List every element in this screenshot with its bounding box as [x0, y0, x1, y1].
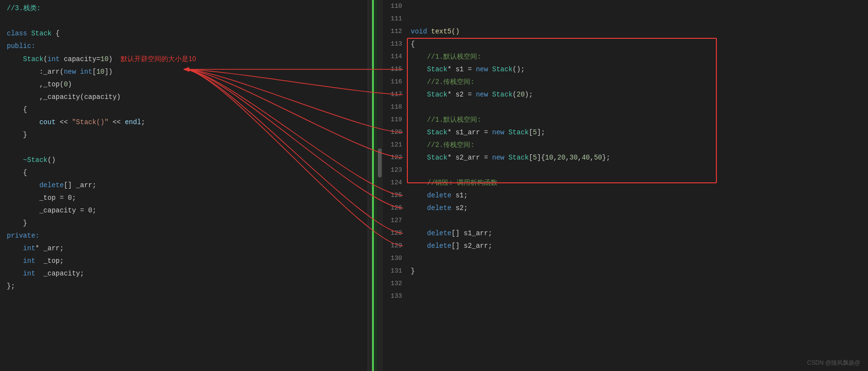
right-code-line	[411, 214, 868, 227]
left-code-line: _top = 0;	[0, 192, 368, 204]
left-code-line: _capacity = 0;	[0, 204, 368, 217]
watermark: CSDN @随风飘扬@	[807, 359, 860, 367]
right-code-line: //1.默认栈空间:	[411, 50, 868, 63]
line-number: 130	[383, 252, 402, 265]
right-code-line: Stack* s2_arr = new Stack[5]{10,20,30,40…	[411, 151, 868, 164]
right-code-line: Stack* s2 = new Stack(20);	[411, 88, 868, 101]
right-code-line	[411, 164, 868, 177]
left-code-line: delete[] _arr;	[0, 179, 368, 192]
right-code-line: delete s2;	[411, 202, 868, 214]
line-number: 123	[383, 164, 402, 177]
left-code-line: }	[0, 217, 368, 229]
line-number: 121	[383, 139, 402, 151]
right-code-line: Stack* s1_arr = new Stack[5];	[411, 126, 868, 139]
left-code-line: int* _arr;	[0, 242, 368, 255]
left-code-line: };	[0, 280, 368, 292]
left-code-line: ,_capacity(capacity)	[0, 91, 368, 103]
right-code-line: void text5()	[411, 25, 868, 38]
right-code-line: //2.传栈空间:	[411, 139, 868, 151]
line-number: 119	[383, 113, 402, 126]
line-number: 111	[383, 13, 402, 25]
line-number: 125	[383, 189, 402, 202]
left-code-line: ,_top(0)	[0, 78, 368, 91]
inline-comment: 默认开辟空间的大小是10	[121, 52, 196, 65]
right-code-line: //2.传栈空间:	[411, 76, 868, 88]
left-code-line: private:	[0, 229, 368, 242]
line-number: 124	[383, 177, 402, 189]
left-code-line: class Stack {	[0, 27, 368, 40]
left-code-line: {	[0, 166, 368, 179]
line-number: 128	[383, 227, 402, 240]
left-code-line	[0, 15, 368, 27]
line-number: 118	[383, 101, 402, 113]
right-code-line: //销毁: 调用析构函数	[411, 177, 868, 189]
right-code-line: {	[411, 38, 868, 50]
line-numbers: 1101111121131141151161171181191201211221…	[383, 0, 407, 371]
left-code-line: ~Stack()	[0, 154, 368, 166]
left-code-line	[0, 141, 368, 154]
right-code: void text5(){ //1.默认栈空间: Stack* s1 = new…	[407, 0, 868, 371]
left-code-line: Stack(int capacity=10) 默认开辟空间的大小是10	[0, 52, 368, 65]
line-number: 129	[383, 240, 402, 252]
right-pane: 1101111121131141151161171181191201211221…	[383, 0, 868, 371]
left-code-line: //3.栈类:	[0, 2, 368, 15]
line-number: 127	[383, 214, 402, 227]
line-number: 116	[383, 76, 402, 88]
editor-container: //3.栈类: class Stack {public: Stack(int c…	[0, 0, 868, 371]
line-number: 114	[383, 50, 402, 63]
middle-gutter	[368, 0, 383, 371]
right-code-line	[411, 0, 868, 13]
right-code-line: delete s1;	[411, 189, 868, 202]
line-number: 131	[383, 265, 402, 277]
right-code-line	[411, 252, 868, 265]
line-number: 113	[383, 38, 402, 50]
left-code-line: }	[0, 129, 368, 141]
left-code-line: int _top;	[0, 255, 368, 267]
line-number: 126	[383, 202, 402, 214]
left-code-line: :_arr(new int[10])	[0, 65, 368, 78]
left-pane: //3.栈类: class Stack {public: Stack(int c…	[0, 0, 368, 371]
right-code-line: delete[] s1_arr;	[411, 227, 868, 240]
line-number: 112	[383, 25, 402, 38]
right-code-line: //1.默认栈空间:	[411, 113, 868, 126]
line-number: 132	[383, 277, 402, 290]
gutter-dark-bar	[375, 0, 377, 371]
left-code-line: {	[0, 103, 368, 116]
line-number: 122	[383, 151, 402, 164]
line-number: 117	[383, 88, 402, 101]
gutter-green-bar	[372, 0, 374, 371]
right-code-line: Stack* s1 = new Stack();	[411, 63, 868, 76]
right-code-line: delete[] s2_arr;	[411, 240, 868, 252]
right-code-line	[411, 290, 868, 303]
left-code-line: int _capacity;	[0, 267, 368, 280]
line-number: 110	[383, 0, 402, 13]
line-number: 133	[383, 290, 402, 303]
line-number: 115	[383, 63, 402, 76]
scrollbar-thumb[interactable]	[378, 148, 382, 177]
right-code-line: }	[411, 265, 868, 277]
right-code-line	[411, 101, 868, 113]
right-code-line	[411, 13, 868, 25]
line-number: 120	[383, 126, 402, 139]
left-code-line: cout << "Stack()" << endl;	[0, 116, 368, 129]
right-code-line	[411, 277, 868, 290]
left-code-line: public:	[0, 40, 368, 52]
